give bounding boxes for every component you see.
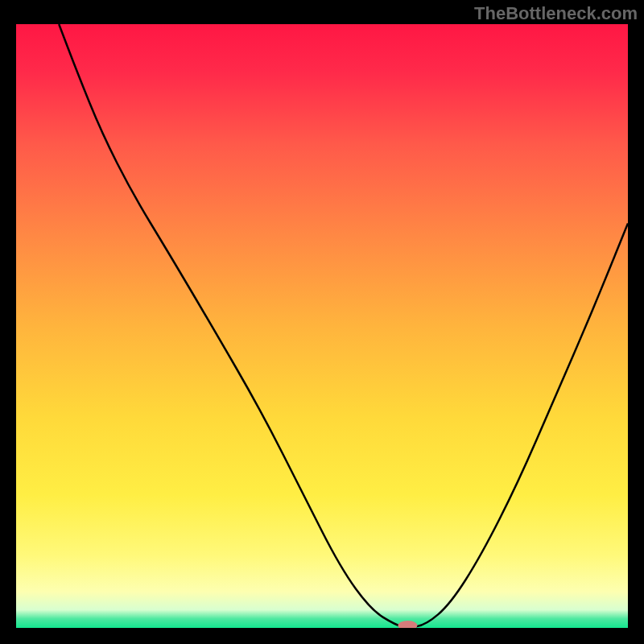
watermark-text: TheBottleneck.com (474, 3, 638, 24)
gradient-background (16, 24, 628, 628)
chart-svg (16, 24, 628, 628)
chart-area (16, 24, 628, 628)
